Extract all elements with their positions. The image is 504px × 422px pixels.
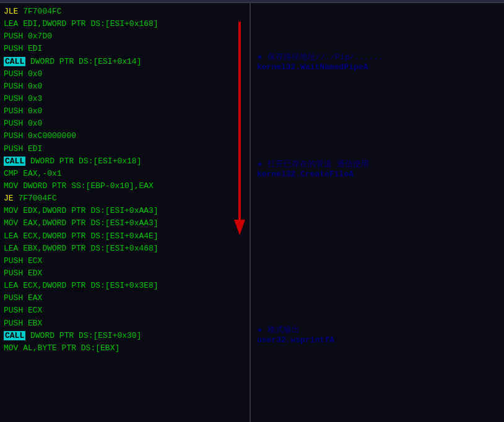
api-name: user32.wsprintfA (257, 335, 502, 345)
annotation-block: ★ 格式输出user32.wsprintfA (257, 324, 502, 345)
asm-line: PUSH 0xC0000000 (4, 130, 246, 142)
asm-line: JE 7F7004FC (4, 192, 246, 205)
asm-line: PUSH 0x3 (4, 93, 246, 105)
annotation-block: ★ 打开已存在的管道 通信使用kernel32.CreateFileA (257, 158, 502, 179)
asm-line: PUSH ECX (4, 304, 246, 317)
star-annotation: ★ 格式输出 (257, 324, 502, 335)
star-annotation: ★ 保存路径地址//./Pip/...... (257, 51, 502, 62)
asm-line: LEA ECX,DWORD PTR DS:[ESI+0xA4E] (4, 230, 246, 243)
asm-line: JLE 7F7004FC (4, 6, 246, 18)
asm-line: MOV EDX,DWORD PTR DS:[ESI+0xAA3] (4, 205, 246, 217)
asm-line: PUSH EBX (4, 317, 246, 330)
asm-line: PUSH 0x0 (4, 105, 246, 118)
left-panel[interactable]: JLE 7F7004FCLEA EDI,DWORD PTR DS:[ESI+0x… (0, 3, 251, 422)
call-keyword: CALL (4, 57, 25, 66)
asm-line: PUSH EDI (4, 43, 246, 55)
asm-line: PUSH EDX (4, 267, 246, 280)
star-annotation: ★ 打开已存在的管道 通信使用 (257, 158, 502, 170)
asm-line: PUSH 0x0 (4, 80, 246, 93)
call-keyword: CALL (4, 157, 25, 166)
asm-line: LEA EBX,DWORD PTR DS:[ESI+0x468] (4, 243, 246, 255)
jle-keyword: JLE (4, 7, 18, 16)
asm-line: PUSH 0x7D0 (4, 30, 246, 43)
asm-line: LEA EDI,DWORD PTR DS:[ESI+0x168] (4, 18, 246, 30)
asm-line: PUSH ECX (4, 255, 246, 267)
asm-line: PUSH 0x0 (4, 118, 246, 130)
je-keyword: JE (4, 194, 14, 203)
main-container: JLE 7F7004FCLEA EDI,DWORD PTR DS:[ESI+0x… (0, 3, 504, 422)
asm-line: LEA ECX,DWORD PTR DS:[ESI+0x3E8] (4, 280, 246, 292)
api-name: kernel32.CreateFileA (257, 170, 502, 179)
asm-line: CALL DWORD PTR DS:[ESI+0x14] (4, 56, 246, 68)
asm-line: MOV AL,BYTE PTR DS:[EBX] (4, 342, 246, 355)
asm-line: MOV DWORD PTR SS:[EBP-0x10],EAX (4, 180, 246, 192)
asm-line: PUSH 0x0 (4, 68, 246, 80)
right-panel: ★ 保存路径地址//./Pip/......kernel32.WaitNamed… (251, 3, 504, 422)
asm-line: CALL DWORD PTR DS:[ESI+0x30] (4, 330, 246, 342)
asm-line: PUSH EDI (4, 143, 246, 155)
asm-line: CMP EAX,-0x1 (4, 168, 246, 180)
asm-line: CALL DWORD PTR DS:[ESI+0x18] (4, 155, 246, 168)
asm-line: PUSH EAX (4, 292, 246, 304)
asm-line: MOV EAX,DWORD PTR DS:[ESI+0xAA3] (4, 217, 246, 230)
api-name: kernel32.WaitNamedPipeA (257, 62, 502, 72)
annotation-block: ★ 保存路径地址//./Pip/......kernel32.WaitNamed… (257, 51, 502, 72)
call-keyword: CALL (4, 331, 25, 340)
